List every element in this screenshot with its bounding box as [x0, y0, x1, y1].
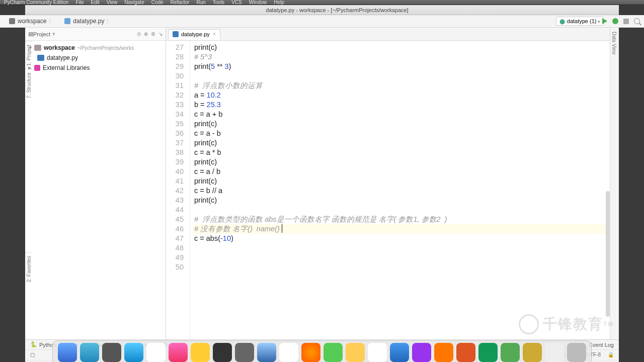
dock-icon[interactable]: [279, 343, 298, 362]
console-icon: 🐍: [30, 341, 37, 348]
editor-panel: datatype.py × 27282930313233343536373839…: [166, 28, 619, 339]
sidebar-tab-dataview[interactable]: Data View: [610, 28, 618, 58]
sidebar-tab-structure[interactable]: 7: Structure: [25, 69, 33, 102]
menu-refactor[interactable]: Refactor: [171, 0, 190, 5]
search-icon[interactable]: [634, 18, 640, 24]
python-file-icon: [173, 31, 179, 37]
tree-root-path: ~/PycharmProjects/works: [77, 45, 134, 51]
dock-icon[interactable]: [501, 343, 520, 362]
dock-icon[interactable]: [434, 343, 453, 362]
editor-tabs: datatype.py ×: [166, 28, 619, 41]
dock-icon[interactable]: [456, 343, 475, 362]
project-panel: ▤ Project ▾ ⊙ ⊕ ⚙ ↘ ▼ workspace ~/Pychar…: [25, 28, 166, 339]
project-panel-header: ▤ Project ▾ ⊙ ⊕ ⚙ ↘: [25, 28, 166, 41]
project-header-label: Project: [33, 31, 50, 37]
tree-root-name: workspace: [44, 44, 75, 51]
dock-icon[interactable]: [235, 343, 254, 362]
menu-file[interactable]: File: [75, 0, 84, 5]
tree-external-label: External Libraries: [43, 64, 90, 71]
run-config-label: datatype (1): [567, 18, 600, 24]
chevron-down-icon[interactable]: ▾: [52, 31, 55, 37]
mac-dock: [52, 340, 592, 362]
code-editor[interactable]: 2728293031323334353637383940414243444546…: [166, 41, 619, 339]
mac-menubar: PyCharm Community Edition File Edit View…: [0, 0, 644, 5]
tree-file[interactable]: datatype.py: [25, 53, 166, 63]
folder-icon: ▤: [28, 31, 33, 37]
folder-icon: [9, 18, 15, 24]
vertical-scrollbar[interactable]: [606, 191, 610, 317]
python-file-icon: [64, 18, 70, 24]
dock-icon[interactable]: [346, 343, 365, 362]
breadcrumb-folder[interactable]: workspace: [4, 15, 59, 27]
menu-code[interactable]: Code: [151, 0, 164, 5]
dock-icon[interactable]: [324, 343, 343, 362]
hide-icon[interactable]: ↘: [158, 31, 163, 37]
dock-icon[interactable]: [169, 343, 188, 362]
stop-button[interactable]: [623, 19, 629, 24]
library-icon: [34, 65, 40, 71]
dock-icon[interactable]: [368, 343, 387, 362]
folder-icon: [34, 45, 41, 51]
editor-tab-label: datatype.py: [181, 31, 210, 37]
lock-icon[interactable]: 🔒: [608, 352, 614, 357]
dock-icon[interactable]: [567, 343, 586, 362]
tree-root[interactable]: ▼ workspace ~/PycharmProjects/works: [25, 43, 166, 53]
watermark: 千锋教育TM: [519, 314, 614, 334]
breadcrumb-folder-label: workspace: [18, 18, 46, 25]
watermark-logo-icon: [519, 314, 539, 334]
dock-icon[interactable]: [102, 343, 121, 362]
debug-button[interactable]: [612, 18, 618, 24]
run-config-icon: ⬤: [559, 19, 565, 24]
python-file-icon: [37, 55, 44, 61]
breadcrumb: workspace datatype.py ⬤ datatype (1): [0, 15, 644, 28]
menu-edit[interactable]: Edit: [91, 0, 100, 5]
editor-tab-active[interactable]: datatype.py ×: [168, 29, 220, 40]
dock-icon[interactable]: [80, 343, 99, 362]
menu-run[interactable]: Run: [196, 0, 205, 5]
dock-icon[interactable]: [301, 343, 320, 362]
dock-icon[interactable]: [58, 343, 77, 362]
menu-navigate[interactable]: Navigate: [124, 0, 144, 5]
dock-icon[interactable]: [390, 343, 409, 362]
menu-tools[interactable]: Tools: [213, 0, 224, 5]
sidebar-tab-favorites[interactable]: 2: Favorites: [25, 252, 33, 285]
window-titlebar: datatype.py - workspace - [~/PycharmProj…: [0, 5, 644, 15]
run-config-selector[interactable]: ⬤ datatype (1): [556, 17, 604, 26]
dock-icon[interactable]: [545, 343, 564, 362]
dock-icon[interactable]: [412, 343, 431, 362]
dock-icon[interactable]: [146, 343, 166, 362]
breadcrumb-file-label: datatype.py: [73, 18, 104, 25]
dock-icon[interactable]: [191, 343, 210, 362]
dock-icon[interactable]: [523, 343, 542, 362]
line-gutter: 2728293031323334353637383940414243444546…: [166, 41, 190, 339]
menu-vcs[interactable]: VCS: [231, 0, 242, 5]
status-hint-icon: ▢: [30, 352, 35, 357]
sidebar-tab-project[interactable]: 1: Project: [25, 41, 33, 69]
menu-view[interactable]: View: [107, 0, 118, 5]
mac-app-name: PyCharm Community Edition: [4, 0, 68, 5]
dock-icon[interactable]: [213, 343, 232, 362]
close-icon[interactable]: ×: [213, 31, 216, 37]
project-tree: ▼ workspace ~/PycharmProjects/works data…: [25, 41, 166, 339]
run-button[interactable]: [602, 18, 607, 24]
locate-icon[interactable]: ⊕: [144, 31, 148, 37]
breadcrumb-file[interactable]: datatype.py: [59, 15, 117, 27]
dock-icon[interactable]: [124, 343, 143, 362]
collapse-icon[interactable]: ⊙: [137, 31, 141, 37]
tree-external-libs[interactable]: ▶ External Libraries: [25, 63, 166, 73]
menu-window[interactable]: Window: [249, 0, 267, 5]
tree-file-name: datatype.py: [47, 54, 78, 61]
menu-help[interactable]: Help: [274, 0, 284, 5]
dock-icon[interactable]: [257, 343, 276, 362]
watermark-text: 千锋教育: [543, 315, 603, 334]
dock-icon[interactable]: [478, 343, 498, 362]
gear-icon[interactable]: ⚙: [151, 31, 155, 37]
tool-tab-event-log[interactable]: Event Log: [589, 342, 614, 348]
code-content[interactable]: print(c)# 5^3print(5 ** 3) # 浮点数小数的运算a =…: [190, 41, 619, 339]
window-title: datatype.py - workspace - [~/PycharmProj…: [30, 7, 644, 13]
